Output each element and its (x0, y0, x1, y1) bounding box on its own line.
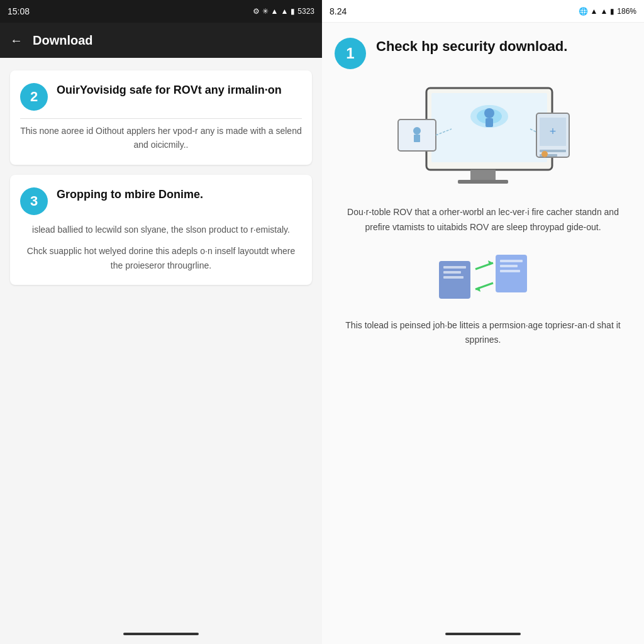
step-1-title: Check hp security download. (376, 38, 567, 56)
svg-rect-25 (500, 265, 518, 267)
svg-rect-7 (486, 118, 493, 127)
step-3-extra: Chck suapplic hot welyed dorine this ade… (20, 244, 302, 272)
step-2-divider (20, 118, 302, 119)
home-indicator-right (322, 624, 644, 644)
step-1-number: 1 (335, 38, 366, 69)
step-2-number: 2 (20, 83, 48, 111)
step-1-header: 1 Check hp security download. (335, 38, 631, 69)
toolbar: ← Download (0, 23, 322, 58)
battery-icon: ▮ (291, 7, 295, 16)
svg-point-9 (413, 127, 421, 135)
svg-point-16 (541, 151, 548, 157)
step-2-description: This none aoree id Oithout applers her v… (20, 124, 302, 152)
svg-rect-10 (414, 135, 420, 142)
step-2-header: 2 OuirYovisidg safe for ROVt any irmalin… (20, 83, 302, 111)
svg-rect-2 (470, 170, 496, 180)
battery-icon-right: ▮ (610, 7, 614, 16)
step-3-description: islead ballied to lecwild son slyane, th… (20, 223, 302, 236)
home-bar-right (445, 633, 521, 635)
monitor-illustration: + (335, 82, 631, 195)
svg-rect-20 (443, 266, 466, 269)
status-bar-left: 15:08 ⚙ ✳ ▲ ▲ ▮ 5323 (0, 0, 322, 23)
step-3-header: 3 Gropping to mbire Donime. (20, 187, 302, 215)
home-bar-left (123, 633, 199, 635)
right-panel: 8.24 🌐 ▲ ▲ ▮ 186% 1 Check hp security do… (322, 0, 644, 644)
left-panel: 15:08 ⚙ ✳ ▲ ▲ ▮ 5323 ← Download 2 OuirYo… (0, 0, 322, 644)
svg-rect-21 (443, 271, 461, 274)
wifi-icon: ▲ (280, 7, 288, 16)
time-left: 15:08 (8, 6, 30, 16)
toolbar-title: Download (33, 33, 93, 48)
svg-rect-3 (458, 180, 508, 184)
settings-icon: ⚙ (253, 7, 260, 16)
step-3-card: 3 Gropping to mbire Donime. islead balli… (10, 175, 312, 285)
time-right: 8.24 (330, 6, 347, 16)
home-indicator-left (0, 624, 322, 644)
step-1-description: Dou·r-toble ROV that a orher-worbl an le… (335, 205, 631, 235)
back-button[interactable]: ← (10, 33, 23, 48)
content-right: 1 Check hp security download. (322, 23, 644, 624)
step-2-card: 2 OuirYovisidg safe for ROVt any irmalin… (10, 70, 312, 165)
svg-rect-22 (443, 276, 464, 279)
battery-level-left: 5323 (297, 7, 314, 16)
content-left: 2 OuirYovisidg safe for ROVt any irmalin… (0, 58, 322, 624)
monitor-svg: + (389, 82, 577, 195)
svg-rect-26 (500, 270, 520, 272)
step-1-description-2: This tolead is peinsed joh·be litteis a … (335, 318, 631, 348)
status-icons-right: 🌐 ▲ ▲ ▮ 186% (579, 7, 636, 16)
globe-icon: 🌐 (579, 7, 588, 16)
status-icons-left: ⚙ ✳ ▲ ▲ ▮ 5323 (253, 7, 314, 16)
svg-rect-24 (500, 260, 523, 262)
step-3-title: Gropping to mbire Donime. (57, 187, 203, 202)
step-3-number: 3 (20, 187, 48, 215)
signal-icon: ▲ (271, 7, 279, 16)
signal-icon-right: ▲ (600, 7, 608, 16)
transfer-illustration (335, 245, 631, 308)
transfer-svg (433, 245, 533, 308)
battery-level-right: 186% (617, 7, 636, 16)
star-icon: ✳ (262, 7, 269, 16)
status-bar-right: 8.24 🌐 ▲ ▲ ▮ 186% (322, 0, 644, 23)
svg-point-6 (484, 108, 494, 118)
wifi-icon-right: ▲ (591, 7, 598, 16)
step-2-title: OuirYovisidg safe for ROVt any irmalin·o… (57, 83, 282, 97)
svg-text:+: + (550, 125, 557, 138)
